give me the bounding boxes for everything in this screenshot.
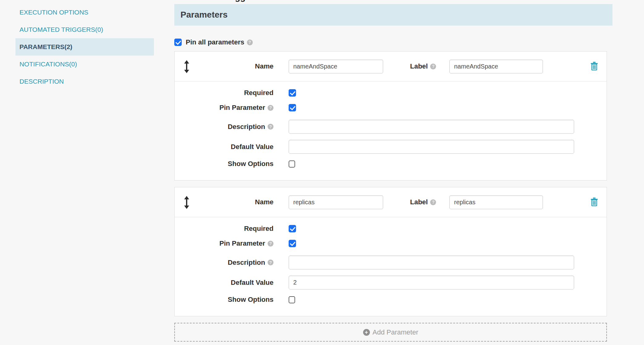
description-label: Description: [228, 123, 265, 131]
name-label: Name: [175, 198, 273, 206]
help-icon[interactable]: ?: [430, 64, 436, 69]
description-input[interactable]: [289, 120, 574, 134]
sidebar-item-parameters[interactable]: PARAMETERS(2): [15, 38, 154, 56]
default-value-label: Default Value: [175, 143, 273, 151]
name-input[interactable]: [289, 195, 383, 209]
drag-handle-icon[interactable]: [184, 196, 189, 210]
required-row: Required: [175, 225, 607, 233]
required-checkbox[interactable]: [289, 89, 296, 97]
default-value-input[interactable]: [289, 276, 574, 289]
sidebar-item-notifications[interactable]: NOTIFICATIONS(0): [15, 56, 154, 73]
required-label: Required: [175, 89, 273, 97]
default-value-row: Default Value: [175, 140, 607, 154]
description-row: Description?: [175, 120, 607, 134]
pin-parameter-row: Pin Parameter?: [175, 104, 607, 112]
label-label-group: Label ?: [410, 198, 436, 206]
show-options-label: Show Options: [175, 160, 273, 168]
delete-parameter-button[interactable]: [590, 197, 599, 208]
label-input[interactable]: [449, 195, 543, 209]
pin-parameter-label: Pin Parameter: [219, 104, 265, 112]
label-input[interactable]: [449, 60, 543, 73]
page-title: Parameters: [180, 10, 228, 20]
pin-all-checkbox[interactable]: [174, 39, 182, 46]
pin-parameter-row: Pin Parameter?: [175, 239, 607, 247]
help-icon[interactable]: ?: [268, 124, 273, 130]
pin-all-label: Pin all parameters: [186, 38, 244, 46]
name-input[interactable]: [289, 60, 383, 73]
parameter-card-header: Name Label ?: [175, 52, 607, 81]
show-options-checkbox[interactable]: [289, 160, 295, 168]
add-parameter-label: Add Parameter: [373, 328, 418, 336]
show-options-row: Show Options: [175, 296, 607, 304]
delete-parameter-button[interactable]: [590, 61, 599, 72]
help-icon[interactable]: ?: [268, 260, 273, 265]
required-label: Required: [175, 225, 273, 233]
default-value-label: Default Value: [175, 279, 273, 287]
sidebar-item-automated-triggers[interactable]: AUTOMATED TRIGGERS(0): [15, 21, 154, 38]
parameter-card-body: Required Pin Parameter? Description? Def…: [175, 81, 607, 180]
default-value-input[interactable]: [289, 140, 574, 154]
parameter-card: Name Label ? Required Pin Parameter?: [174, 51, 607, 181]
config-sidebar: EXECUTION OPTIONS AUTOMATED TRIGGERS(0) …: [15, 4, 154, 90]
sidebar-item-execution-options[interactable]: EXECUTION OPTIONS: [15, 4, 154, 21]
add-parameter-button[interactable]: + Add Parameter: [174, 323, 607, 342]
help-icon[interactable]: ?: [268, 105, 273, 111]
required-row: Required: [175, 89, 607, 97]
pin-all-row: Pin all parameters ?: [174, 39, 612, 46]
pin-parameter-label: Pin Parameter: [219, 239, 265, 247]
description-input[interactable]: [289, 256, 574, 269]
description-row: Description?: [175, 256, 607, 269]
label-label-group: Label ?: [410, 62, 436, 70]
default-value-row: Default Value: [175, 276, 607, 289]
description-label: Description: [228, 259, 265, 267]
show-options-label: Show Options: [175, 296, 273, 304]
parameter-card: Name Label ? Required Pin Parameter?: [174, 187, 607, 316]
show-options-row: Show Options: [175, 160, 607, 168]
label-label: Label: [410, 198, 428, 206]
parameters-section: Automated Triggers Parameters Pin all pa…: [174, 0, 612, 342]
parameter-card-header: Name Label ?: [175, 187, 607, 217]
sidebar-item-description[interactable]: DESCRIPTION: [15, 73, 154, 90]
plus-icon: +: [363, 329, 370, 336]
drag-handle-icon[interactable]: [184, 60, 189, 74]
required-checkbox[interactable]: [289, 225, 296, 232]
trash-icon: [590, 197, 599, 207]
show-options-checkbox[interactable]: [289, 296, 295, 303]
help-icon[interactable]: ?: [268, 241, 273, 247]
name-label: Name: [175, 62, 273, 70]
label-label: Label: [410, 62, 428, 70]
clipped-previous-heading: Automated Triggers: [174, 0, 612, 4]
pipeline-config-page: EXECUTION OPTIONS AUTOMATED TRIGGERS(0) …: [0, 0, 644, 345]
pin-parameter-checkbox[interactable]: [289, 240, 296, 247]
section-header: Parameters: [174, 4, 612, 26]
help-icon[interactable]: ?: [430, 199, 436, 205]
pin-parameter-checkbox[interactable]: [289, 104, 296, 111]
parameter-card-body: Required Pin Parameter? Description? Def…: [175, 217, 607, 316]
trash-icon: [590, 61, 599, 71]
help-icon[interactable]: ?: [247, 39, 253, 45]
